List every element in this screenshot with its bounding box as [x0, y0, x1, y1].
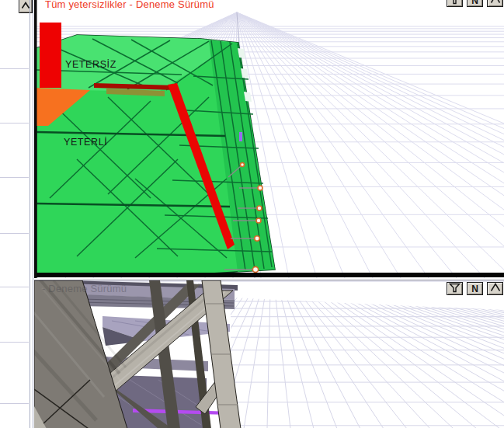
n-button-label: N — [471, 284, 478, 294]
building-model-green — [36, 35, 275, 273]
label-yetersiz: YETERSİZ — [65, 59, 116, 70]
grid-line — [0, 123, 29, 124]
n-view-button[interactable]: N — [467, 0, 483, 7]
grid-line — [0, 177, 29, 178]
grid-line — [0, 68, 29, 69]
caret-up-icon — [490, 283, 501, 294]
filter-view-button[interactable] — [447, 282, 463, 295]
pane-splitter[interactable] — [30, 0, 30, 428]
label-yeterli: YETERLİ — [64, 137, 107, 148]
viewport-left-border — [34, 0, 37, 278]
up-view-button[interactable] — [487, 0, 503, 7]
analysis-3d-scene: YETERSİZ YETERLİ — [34, 0, 504, 278]
viewport-toolbar: N — [447, 282, 503, 295]
grid-line — [0, 342, 29, 343]
n-button-label: N — [471, 0, 478, 6]
viewport-bottom-border — [34, 273, 504, 277]
trial-watermark: - Deneme Sürümü — [42, 283, 127, 294]
up-view-button[interactable] — [487, 282, 503, 295]
red-column — [40, 23, 61, 88]
funnel-icon — [449, 283, 461, 295]
caret-up-icon — [490, 0, 501, 6]
grid-line — [0, 287, 29, 287]
rendered-3d-scene — [34, 280, 504, 428]
violet-element — [239, 132, 242, 141]
pane-splitter[interactable] — [33, 0, 33, 428]
left-pane-viewport-sliver[interactable] — [0, 0, 29, 428]
grid-line — [0, 403, 29, 404]
filter-view-button[interactable] — [447, 0, 463, 7]
funnel-icon — [449, 0, 461, 7]
app-window: YETERSİZ YETERLİ Tüm yetersizlikler - De… — [0, 0, 504, 428]
viewport-toolbar: N — [447, 0, 503, 7]
n-view-button[interactable]: N — [467, 282, 483, 295]
viewport-3d-rendered[interactable]: - Deneme Sürümü N — [34, 280, 504, 428]
pane-collapse-button[interactable] — [19, 0, 33, 13]
viewport-3d-analysis[interactable]: YETERSİZ YETERLİ Tüm yetersizlikler - De… — [34, 0, 504, 278]
grid-line — [0, 233, 29, 234]
viewport-title: Tüm yetersizlikler - Deneme Sürümü — [45, 0, 214, 10]
